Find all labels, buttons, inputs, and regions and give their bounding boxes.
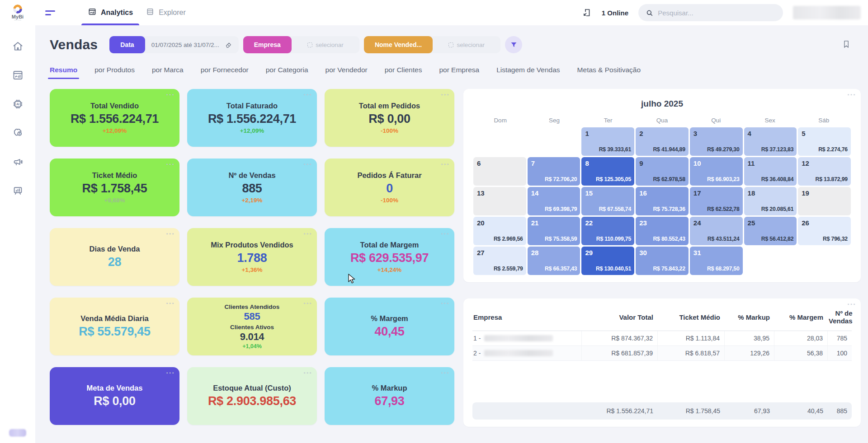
calendar-day-6[interactable]: 6 [473, 157, 526, 186]
calendar-day-5[interactable]: 5 R$ 2.274,76 [798, 127, 851, 156]
user-avatar[interactable] [9, 429, 26, 437]
day-amount: R$ 75.843,22 [653, 266, 685, 272]
filter-group-0[interactable]: Data01/07/2025 até 31/07/2... [109, 36, 239, 53]
card-menu-button[interactable]: ··· [304, 91, 313, 98]
sidebar-item-ai-chip[interactable]: AI [11, 98, 24, 111]
tab-9[interactable]: Metas & Positivação [577, 66, 641, 79]
card-menu-button[interactable]: ··· [166, 230, 175, 238]
table-row[interactable]: 2 - R$ 681.857,39R$ 6.818,57129,2656,381… [472, 346, 852, 361]
tab-6[interactable]: por Clientes [385, 66, 422, 79]
calendar-day-31[interactable]: 31 R$ 68.297,50 [690, 247, 743, 275]
sidebar-item-home[interactable] [11, 41, 24, 53]
calendar-day-19[interactable]: 19 [798, 187, 851, 215]
calendar-day-29[interactable]: 29 R$ 130.040,51 [581, 247, 634, 275]
calendar-menu-button[interactable]: ··· [848, 91, 857, 98]
tab-2[interactable]: por Marca [152, 66, 184, 79]
calendar-day-10[interactable]: 10 R$ 66.903,23 [690, 157, 743, 186]
calendar-day-17[interactable]: 17 R$ 62.522,78 [690, 187, 743, 215]
calendar-day-3[interactable]: 3 R$ 49.279,30 [690, 127, 743, 156]
tab-3[interactable]: por Fornecedor [201, 66, 249, 79]
filter-group-1[interactable]: Empresaselecionar [243, 36, 359, 53]
column-header[interactable]: Nº de Vendas [828, 309, 857, 325]
calendar-day-7[interactable]: 7 R$ 72.706,20 [528, 157, 580, 186]
card-menu-button[interactable]: ··· [304, 160, 313, 168]
card-menu-button[interactable]: ··· [441, 91, 450, 98]
kpi-card-8: ··· Total de Margem R$ 629.535,97+14,24% [325, 228, 454, 286]
calendar-day-9[interactable]: 9 R$ 62.978,58 [636, 157, 689, 186]
eraser-icon[interactable] [225, 41, 232, 49]
filter-pill: Data [109, 36, 145, 53]
card-menu-button[interactable]: ··· [441, 299, 450, 307]
sidebar-item-megaphone[interactable] [11, 156, 24, 169]
card-menu-button[interactable]: ··· [441, 160, 450, 168]
filter-placeholder[interactable]: selecionar [292, 42, 359, 48]
tab-7[interactable]: por Empresa [439, 66, 479, 79]
column-header[interactable]: Empresa [472, 309, 582, 325]
menu-toggle-icon[interactable] [45, 9, 56, 17]
home-icon [12, 40, 24, 54]
kpi-card-0: ··· Total Vendido R$ 1.556.224,71+12,09% [50, 89, 179, 147]
sidebar-item-presentation-chart[interactable] [11, 185, 24, 198]
calendar-day-11[interactable]: 11 R$ 36.408,84 [744, 157, 797, 186]
calendar-day-26[interactable]: 26 R$ 796,32 [798, 217, 851, 245]
sidebar-item-brain-finance[interactable]: $ [11, 127, 24, 140]
calendar-day-27[interactable]: 27 R$ 2.559,79 [473, 247, 526, 275]
sidebar-item-analytics-board[interactable] [11, 70, 24, 82]
filter-placeholder[interactable]: selecionar [433, 42, 500, 48]
calendar-day-21[interactable]: 21 R$ 75.358,59 [528, 217, 580, 245]
card-title: Dias de Venda [90, 245, 140, 253]
tab-1[interactable]: por Produtos [94, 66, 135, 79]
calendar-day-13[interactable]: 13 [473, 187, 526, 215]
calendar-day-8[interactable]: 8 R$ 125.305,05 [581, 157, 634, 186]
search-input[interactable] [658, 9, 776, 17]
tab-4[interactable]: por Categoria [266, 66, 308, 79]
calendar-day-18[interactable]: 18 R$ 20.085,61 [744, 187, 797, 215]
export-icon[interactable] [581, 7, 592, 18]
card-menu-button[interactable]: ··· [166, 369, 175, 377]
day-amount: R$ 56.412,82 [761, 236, 793, 242]
user-account-pill[interactable] [793, 6, 861, 19]
calendar-day-23[interactable]: 23 R$ 80.552,43 [636, 217, 689, 245]
tab-0[interactable]: Resumo [50, 66, 77, 79]
table-footer: R$ 1.556.224,71R$ 1.758,4567,9340,45885 [472, 402, 852, 420]
calendar-day-14[interactable]: 14 R$ 69.398,79 [528, 187, 580, 215]
table-menu-button[interactable]: ··· [848, 300, 857, 308]
calendar-day-16[interactable]: 16 R$ 75.728,36 [636, 187, 689, 215]
card-value: 40,45 [374, 325, 404, 339]
card-menu-button[interactable]: ··· [441, 369, 450, 377]
calendar-day-4[interactable]: 4 R$ 37.123,83 [744, 127, 797, 156]
bookmark-icon[interactable] [842, 39, 851, 51]
day-amount: R$ 2.274,76 [818, 146, 848, 153]
filter-funnel-button[interactable] [505, 36, 522, 53]
topbar-tab-explorer[interactable]: Explorer [139, 0, 192, 25]
card-menu-button[interactable]: ··· [304, 299, 313, 307]
calendar-day-1[interactable]: 1 R$ 39.333,61 [581, 127, 634, 156]
column-header[interactable]: % Markup [725, 309, 774, 325]
topbar-tab-analytics[interactable]: Analytics [81, 0, 139, 25]
card-menu-button[interactable]: ··· [166, 299, 175, 307]
calendar-day-2[interactable]: 2 R$ 41.944,89 [636, 127, 689, 156]
calendar-day-28[interactable]: 28 R$ 66.357,43 [528, 247, 580, 275]
tab-8[interactable]: Listagem de Vendas [496, 66, 560, 79]
calendar-day-30[interactable]: 30 R$ 75.843,22 [636, 247, 689, 275]
filter-group-2[interactable]: Nome Vended...selecionar [364, 36, 500, 53]
calendar-day-20[interactable]: 20 R$ 2.969,56 [473, 217, 526, 245]
card-menu-button[interactable]: ··· [304, 230, 313, 238]
calendar-day-15[interactable]: 15 R$ 67.558,74 [581, 187, 634, 215]
column-header[interactable]: Valor Total [582, 309, 658, 325]
column-header[interactable]: Ticket Médio [658, 309, 725, 325]
calendar-day-25[interactable]: 25 R$ 56.412,82 [744, 217, 797, 245]
tab-5[interactable]: por Vendedor [326, 66, 368, 79]
card-value: R$ 1.556.224,71 [208, 112, 296, 126]
table-cell: R$ 6.818,57 [658, 346, 725, 360]
card-menu-button[interactable]: ··· [166, 160, 175, 168]
card-menu-button[interactable]: ··· [304, 369, 313, 377]
calendar-day-12[interactable]: 12 R$ 13.872,99 [798, 157, 851, 186]
calendar-day-24[interactable]: 24 R$ 43.511,24 [690, 217, 743, 245]
card-menu-button[interactable]: ··· [441, 230, 450, 238]
card-menu-button[interactable]: ··· [166, 91, 175, 98]
table-row[interactable]: 1 - R$ 874.367,32R$ 1.113,8438,9528,0378… [472, 331, 852, 346]
search-box[interactable] [638, 4, 783, 21]
calendar-day-22[interactable]: 22 R$ 110.099,75 [581, 217, 634, 245]
column-header[interactable]: % Margem [774, 309, 828, 325]
